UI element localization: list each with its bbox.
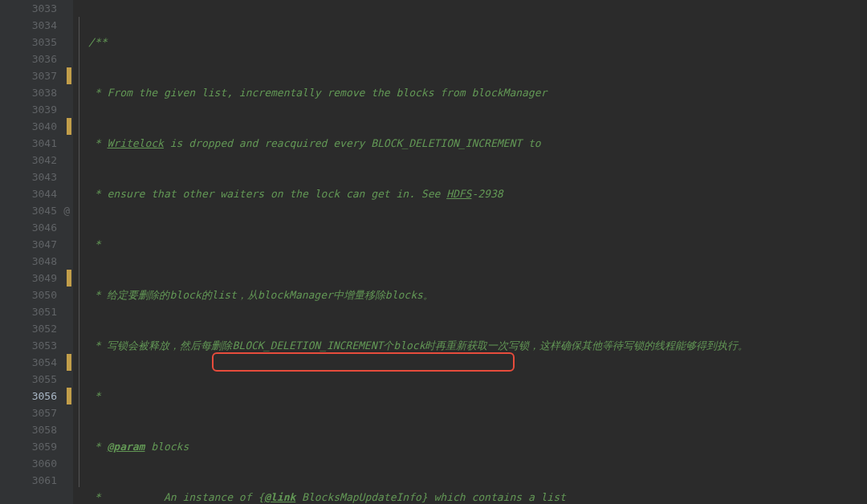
line-number: 3054 (0, 354, 57, 371)
fold-column[interactable] (74, 0, 85, 504)
gutter-marker[interactable] (67, 67, 71, 84)
line-number: 3051 (0, 303, 57, 320)
line-number: 3037 (0, 67, 57, 84)
line-number: 3056 (0, 388, 57, 404)
line-number: 3050 (0, 287, 57, 303)
line-number: 3040 (0, 118, 57, 135)
line-number: 3055 (0, 371, 57, 388)
code-editor[interactable]: /** * From the given list, incrementally… (85, 0, 867, 504)
link-tag: @link (264, 491, 295, 503)
override-gutter-icon[interactable]: @ (63, 202, 70, 219)
gutter-marker[interactable] (67, 118, 71, 135)
line-number: 3039 (0, 101, 57, 118)
doc-line: * From the given list, incrementally rem… (88, 87, 547, 99)
line-number: 3053 (0, 337, 57, 354)
param-tag: @param (107, 441, 144, 453)
line-number: 3046 (0, 219, 57, 236)
line-number-gutter[interactable]: 3033303430353036303730383039304030413042… (0, 0, 74, 504)
line-number: 3035 (0, 34, 57, 51)
doc-open: /** (88, 36, 107, 48)
line-number: 3059 (0, 438, 57, 455)
line-number: 3034 (0, 17, 57, 34)
line-number: 3033 (0, 0, 57, 17)
gutter-marker[interactable] (67, 354, 71, 371)
highlight-box (212, 352, 515, 372)
line-number: 3045 (0, 202, 57, 219)
line-number: 3049 (0, 270, 57, 287)
line-number: 3047 (0, 236, 57, 253)
gutter-marker[interactable] (67, 270, 71, 287)
line-number: 3044 (0, 185, 57, 202)
line-number: 3041 (0, 135, 57, 152)
line-number: 3061 (0, 472, 57, 489)
line-number: 3057 (0, 404, 57, 421)
line-number: 3048 (0, 253, 57, 270)
line-number: 3052 (0, 320, 57, 337)
gutter-marker[interactable] (67, 388, 71, 404)
line-number: 3043 (0, 169, 57, 185)
line-number: 3042 (0, 152, 57, 169)
line-number: 3036 (0, 51, 57, 67)
line-number: 3058 (0, 421, 57, 438)
line-number: 3060 (0, 455, 57, 472)
line-number: 3038 (0, 84, 57, 101)
